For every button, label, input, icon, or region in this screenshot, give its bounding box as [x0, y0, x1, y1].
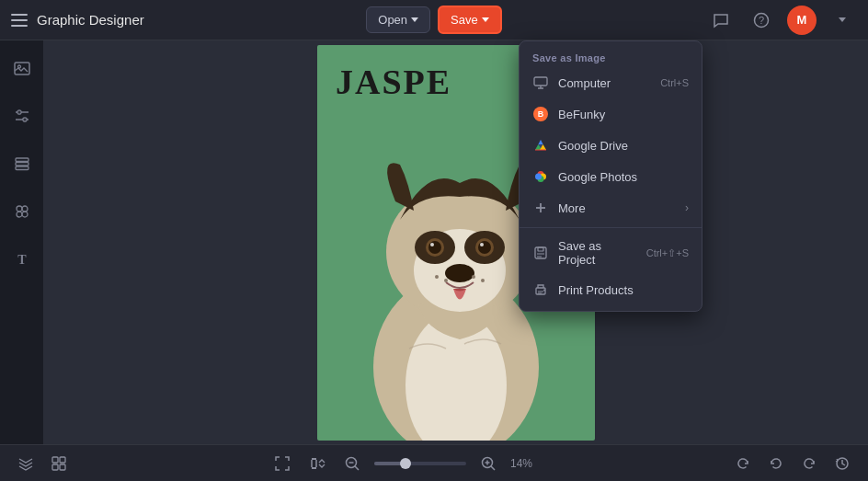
undo-icon[interactable]: [763, 451, 789, 476]
dropdown-item-print[interactable]: Print Products: [520, 274, 702, 305]
rotate-right-icon[interactable]: [730, 451, 756, 476]
bottom-bar: 14%: [0, 444, 868, 481]
bottom-left-controls: [13, 451, 72, 476]
svg-point-29: [435, 275, 439, 279]
svg-rect-10: [16, 166, 29, 170]
befunky-label: BeFunky: [558, 108, 605, 121]
account-chevron-icon[interactable]: [828, 6, 857, 35]
avatar-initial: M: [797, 13, 807, 27]
svg-point-43: [543, 290, 545, 292]
sidebar-elements-icon[interactable]: [6, 195, 39, 228]
svg-rect-47: [60, 464, 65, 470]
main-area: T JASPE: [0, 40, 868, 444]
save-project-label: Save as Project: [558, 239, 637, 267]
svg-point-24: [430, 243, 434, 246]
computer-label: Computer: [558, 76, 611, 90]
help-icon[interactable]: ?: [747, 6, 776, 35]
dropdown-item-google-photos[interactable]: Google Photos: [520, 161, 702, 192]
dropdown-item-befunky[interactable]: B BeFunky: [520, 98, 702, 130]
svg-point-23: [428, 241, 441, 254]
avatar[interactable]: M: [787, 6, 817, 35]
svg-point-27: [480, 243, 484, 246]
actual-size-icon[interactable]: [304, 451, 330, 476]
svg-rect-8: [16, 158, 29, 162]
fit-screen-icon[interactable]: [269, 451, 295, 476]
more-label: More: [558, 201, 586, 215]
google-photos-label: Google Photos: [558, 170, 637, 184]
svg-point-14: [22, 212, 28, 217]
topbar-center: Open Save: [366, 6, 501, 34]
canvas-title: JASPE: [336, 62, 451, 102]
chat-icon[interactable]: [706, 6, 736, 35]
save-chevron-icon: [482, 17, 489, 22]
sidebar-layers-icon[interactable]: [6, 147, 39, 180]
zoom-out-icon[interactable]: [339, 451, 365, 476]
canvas-area: JASPE: [44, 40, 868, 444]
save-button[interactable]: Save: [438, 6, 502, 34]
svg-point-26: [478, 241, 491, 254]
menu-button[interactable]: [11, 14, 28, 27]
google-photos-icon: [532, 168, 549, 185]
dropdown-divider: [520, 227, 702, 228]
svg-point-28: [445, 264, 474, 282]
more-plus-icon: [532, 200, 549, 216]
svg-point-30: [444, 279, 448, 282]
google-drive-label: Google Drive: [558, 139, 628, 153]
open-label: Open: [378, 13, 407, 27]
dropdown-item-computer[interactable]: Computer Ctrl+S: [520, 67, 702, 98]
grid-bottom-icon[interactable]: [46, 451, 72, 476]
sidebar-text-icon[interactable]: T: [6, 243, 39, 276]
svg-rect-9: [16, 163, 29, 166]
app-title: Graphic Designer: [37, 12, 144, 28]
topbar: Graphic Designer Open Save ? M: [0, 0, 868, 40]
sidebar-image-icon[interactable]: [6, 52, 39, 85]
topbar-right: ? M: [502, 6, 857, 35]
more-chevron-icon: ›: [685, 201, 689, 214]
bottom-center-controls: 14%: [81, 451, 721, 476]
dropdown-item-more[interactable]: More ›: [520, 192, 702, 223]
bottom-right-controls: [730, 451, 855, 476]
svg-line-50: [355, 466, 359, 470]
svg-point-32: [481, 279, 485, 282]
history-icon[interactable]: [829, 451, 855, 476]
svg-rect-44: [52, 457, 58, 463]
dropdown-item-google-drive[interactable]: Google Drive: [520, 130, 702, 161]
zoom-slider[interactable]: [374, 462, 466, 465]
save-label: Save: [451, 13, 478, 27]
save-dropdown: Save as Image Computer Ctrl+S B BeFunky: [519, 40, 702, 312]
print-label: Print Products: [558, 283, 634, 297]
svg-rect-45: [60, 457, 65, 463]
svg-point-5: [17, 110, 20, 114]
redo-icon[interactable]: [796, 451, 822, 476]
save-project-icon: [532, 245, 549, 261]
open-chevron-icon: [411, 17, 418, 22]
svg-point-31: [472, 275, 475, 279]
svg-point-37: [535, 174, 542, 180]
google-drive-icon: [532, 137, 549, 154]
svg-point-13: [17, 212, 22, 217]
zoom-in-icon[interactable]: [475, 451, 501, 476]
svg-point-12: [22, 206, 28, 212]
svg-line-54: [491, 466, 495, 470]
dropdown-item-save-project[interactable]: Save as Project Ctrl+⇧+S: [520, 232, 702, 274]
svg-text:?: ?: [759, 15, 764, 26]
sidebar-adjustments-icon[interactable]: [6, 99, 39, 132]
svg-point-11: [17, 206, 22, 212]
svg-rect-33: [534, 77, 547, 86]
layers-bottom-icon[interactable]: [13, 451, 39, 476]
svg-rect-46: [52, 464, 58, 470]
svg-text:T: T: [17, 253, 27, 267]
zoom-percent: 14%: [510, 457, 532, 470]
computer-shortcut: Ctrl+S: [660, 77, 689, 88]
save-project-shortcut: Ctrl+⇧+S: [646, 247, 689, 259]
befunky-icon: B: [532, 106, 549, 122]
svg-point-7: [22, 118, 26, 121]
dropdown-section-label: Save as Image: [520, 47, 702, 67]
monitor-icon: [532, 74, 549, 91]
open-button[interactable]: Open: [366, 6, 430, 33]
topbar-left: Graphic Designer: [11, 12, 366, 28]
print-icon: [532, 281, 549, 298]
left-sidebar: T: [0, 40, 44, 444]
